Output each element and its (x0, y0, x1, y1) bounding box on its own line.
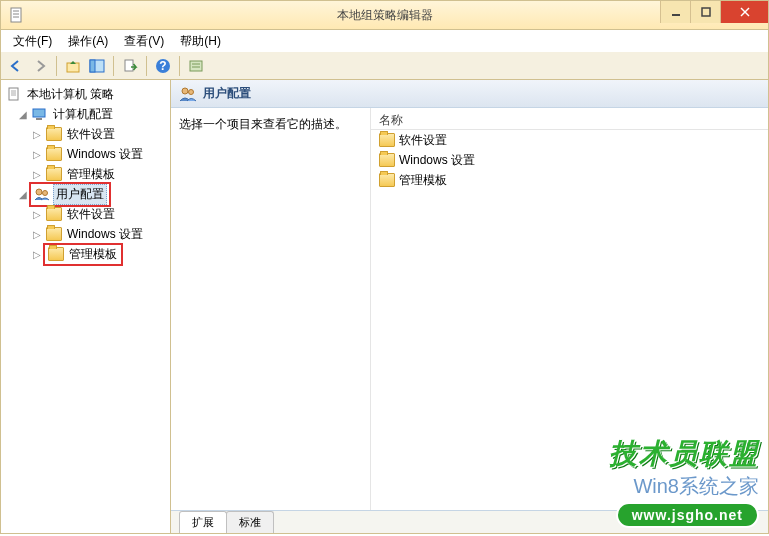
separator (146, 56, 147, 76)
folder-icon (46, 147, 62, 161)
expander-icon[interactable]: ▷ (31, 149, 43, 160)
up-button[interactable] (62, 55, 84, 77)
description-text: 选择一个项目来查看它的描述。 (179, 117, 347, 131)
folder-icon (379, 173, 395, 187)
export-button[interactable] (119, 55, 141, 77)
menu-view[interactable]: 查看(V) (116, 31, 172, 52)
menu-file[interactable]: 文件(F) (5, 31, 60, 52)
tree-user-software[interactable]: ▷ 软件设置 (3, 204, 168, 224)
tree-label: Windows 设置 (65, 225, 145, 244)
show-hide-tree-button[interactable] (86, 55, 108, 77)
expander-icon[interactable]: ▷ (31, 229, 43, 240)
list-item-label: 管理模板 (399, 172, 447, 189)
tree-label: 软件设置 (65, 125, 117, 144)
expander-icon[interactable]: ◢ (17, 109, 29, 120)
computer-icon (32, 106, 48, 122)
tree-software-settings[interactable]: ▷ 软件设置 (3, 124, 168, 144)
svg-point-25 (182, 88, 188, 94)
list-item-label: Windows 设置 (399, 152, 475, 169)
svg-point-24 (43, 191, 48, 196)
separator (56, 56, 57, 76)
svg-rect-17 (9, 88, 18, 100)
svg-point-26 (189, 89, 194, 94)
menubar: 文件(F) 操作(A) 查看(V) 帮助(H) (0, 30, 769, 52)
expander-icon[interactable]: ◢ (17, 189, 29, 200)
svg-text:?: ? (159, 59, 166, 73)
tree-label: 用户配置 (53, 184, 107, 205)
tab-bar: 扩展 标准 (171, 511, 768, 533)
svg-rect-10 (90, 60, 95, 72)
description-pane: 选择一个项目来查看它的描述。 (171, 108, 371, 510)
folder-icon (46, 127, 62, 141)
panel-heading-text: 用户配置 (203, 85, 251, 102)
forward-button[interactable] (29, 55, 51, 77)
svg-rect-0 (11, 8, 21, 22)
user-icon (179, 86, 197, 102)
svg-point-23 (36, 189, 42, 195)
menu-action[interactable]: 操作(A) (60, 31, 116, 52)
list-item[interactable]: 管理模板 (371, 170, 768, 190)
svg-rect-22 (36, 118, 42, 120)
tab-extended[interactable]: 扩展 (179, 511, 227, 533)
maximize-button[interactable] (690, 1, 720, 23)
list-item[interactable]: 软件设置 (371, 130, 768, 150)
list-item-label: 软件设置 (399, 132, 447, 149)
window-title: 本地组策略编辑器 (337, 7, 433, 24)
titlebar: 本地组策略编辑器 (0, 0, 769, 30)
tree-label: 管理模板 (67, 245, 119, 264)
expander-icon[interactable]: ▷ (31, 169, 43, 180)
expander-icon[interactable]: ▷ (31, 209, 43, 220)
close-button[interactable] (720, 1, 768, 23)
document-icon (6, 86, 22, 102)
separator (179, 56, 180, 76)
folder-icon (48, 247, 64, 261)
folder-icon (379, 133, 395, 147)
app-icon (9, 7, 25, 23)
svg-rect-14 (190, 61, 202, 71)
expander-icon[interactable]: ▷ (31, 249, 43, 260)
tree-panel: 本地计算机 策略 ◢ 计算机配置 ▷ 软件设置 ▷ Windows 设置 ▷ 管… (1, 80, 171, 533)
svg-rect-8 (67, 63, 79, 72)
tree-label: 计算机配置 (51, 105, 115, 124)
list-pane: 名称 软件设置 Windows 设置 管理模板 (371, 108, 768, 510)
column-header-name[interactable]: 名称 (371, 108, 768, 130)
folder-icon (46, 227, 62, 241)
tree-label: Windows 设置 (65, 145, 145, 164)
tree-windows-settings[interactable]: ▷ Windows 设置 (3, 144, 168, 164)
minimize-button[interactable] (660, 1, 690, 23)
tree-user-admin[interactable]: ▷ 管理模板 (3, 244, 168, 264)
svg-rect-11 (125, 60, 133, 71)
tree-user-windows[interactable]: ▷ Windows 设置 (3, 224, 168, 244)
folder-icon (46, 167, 62, 181)
tree-computer-config[interactable]: ◢ 计算机配置 (3, 104, 168, 124)
tree-user-config[interactable]: ◢ 用户配置 (3, 184, 168, 204)
user-icon (34, 186, 50, 202)
svg-rect-5 (702, 8, 710, 16)
separator (113, 56, 114, 76)
tree-root-label: 本地计算机 策略 (25, 85, 116, 104)
svg-rect-21 (33, 109, 45, 117)
details-panel: 用户配置 选择一个项目来查看它的描述。 名称 软件设置 Windows 设置 管… (171, 80, 768, 533)
window-controls (660, 1, 768, 23)
panel-body: 选择一个项目来查看它的描述。 名称 软件设置 Windows 设置 管理模板 (171, 108, 768, 511)
folder-icon (46, 207, 62, 221)
filter-button[interactable] (185, 55, 207, 77)
toolbar: ? (0, 52, 769, 80)
tree-label: 软件设置 (65, 205, 117, 224)
back-button[interactable] (5, 55, 27, 77)
content-area: 本地计算机 策略 ◢ 计算机配置 ▷ 软件设置 ▷ Windows 设置 ▷ 管… (0, 80, 769, 534)
tree-root[interactable]: 本地计算机 策略 (3, 84, 168, 104)
menu-help[interactable]: 帮助(H) (172, 31, 229, 52)
list-item[interactable]: Windows 设置 (371, 150, 768, 170)
expander-icon[interactable]: ▷ (31, 129, 43, 140)
help-button[interactable]: ? (152, 55, 174, 77)
panel-header: 用户配置 (171, 80, 768, 108)
tab-standard[interactable]: 标准 (226, 511, 274, 533)
folder-icon (379, 153, 395, 167)
